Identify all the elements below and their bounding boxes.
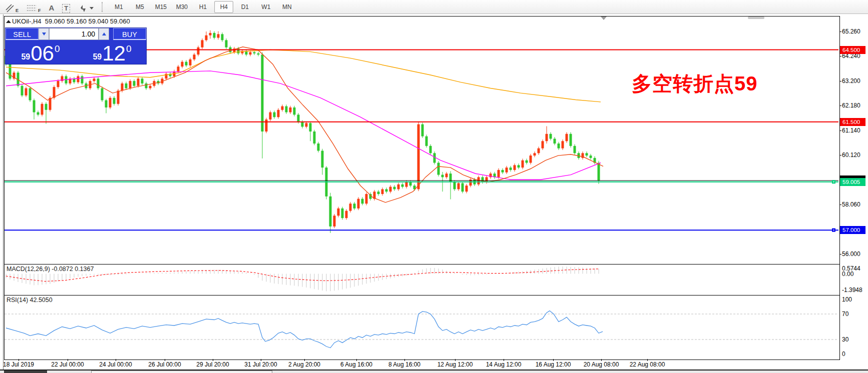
candle bbox=[566, 132, 568, 142]
candle bbox=[217, 32, 220, 40]
candle bbox=[169, 72, 172, 78]
candle bbox=[9, 62, 12, 80]
buy-price[interactable]: 59 12 0 bbox=[77, 42, 147, 64]
timeframe-d1[interactable]: D1 bbox=[235, 1, 254, 13]
trade-panel-row: SELL BUY bbox=[6, 28, 146, 40]
price-badge-59.005: 59.005 bbox=[840, 178, 865, 186]
toolbar-separator bbox=[102, 2, 105, 12]
price-tick-label: 65.260 bbox=[842, 28, 860, 35]
candle bbox=[373, 190, 376, 200]
mt4-chart-window: E F A T M1M5M15M30H1H4D1W1MN bbox=[0, 0, 868, 373]
buy-button[interactable]: BUY bbox=[113, 28, 146, 40]
price-tick-label: 60.120 bbox=[842, 152, 860, 158]
candle bbox=[201, 38, 204, 49]
time-tick-label: 29 Jul 20:00 bbox=[196, 361, 229, 368]
price-tick-label: 61.140 bbox=[842, 127, 860, 134]
timeframe-mn[interactable]: MN bbox=[277, 1, 296, 13]
candle bbox=[446, 172, 448, 179]
candle bbox=[365, 192, 368, 206]
triangle-down-icon bbox=[42, 32, 46, 36]
trade-panel-collapse-icon[interactable] bbox=[6, 20, 11, 23]
price-tick bbox=[839, 56, 841, 56]
time-tick-label: 22 Aug 08:00 bbox=[630, 361, 665, 368]
candle bbox=[538, 146, 540, 154]
timeframe-m5[interactable]: M5 bbox=[130, 1, 149, 13]
candle bbox=[389, 185, 392, 193]
candle bbox=[482, 176, 484, 184]
candle bbox=[377, 190, 380, 196]
price-tick bbox=[839, 254, 841, 254]
candle bbox=[333, 214, 336, 228]
candle bbox=[45, 102, 48, 124]
text-tool-button[interactable]: A bbox=[46, 1, 58, 13]
candle bbox=[458, 182, 460, 191]
price-tick-label: 62.180 bbox=[842, 102, 860, 109]
macd-chart[interactable] bbox=[5, 264, 838, 294]
candle bbox=[349, 202, 352, 212]
scrollbar-thumb[interactable] bbox=[748, 16, 764, 19]
candle bbox=[361, 197, 364, 205]
timeframe-m30[interactable]: M30 bbox=[172, 1, 191, 13]
volume-increment-button[interactable] bbox=[99, 28, 109, 40]
candle bbox=[353, 202, 356, 210]
timeframe-m1[interactable]: M1 bbox=[109, 1, 128, 13]
candle bbox=[269, 110, 272, 121]
timeframe-h4[interactable]: H4 bbox=[214, 1, 233, 13]
candle bbox=[189, 58, 192, 67]
timeframe-h1[interactable]: H1 bbox=[193, 1, 212, 13]
equidistant-channel-tool-button[interactable]: E bbox=[2, 1, 22, 13]
rsi-chart[interactable] bbox=[5, 296, 838, 358]
candle bbox=[285, 104, 288, 114]
candle bbox=[93, 77, 96, 83]
candle bbox=[41, 102, 44, 116]
candle bbox=[73, 77, 76, 84]
time-tick-label: 8 Aug 16:00 bbox=[388, 361, 420, 368]
candle bbox=[165, 72, 168, 80]
candle bbox=[25, 86, 28, 97]
price-tick bbox=[839, 32, 841, 32]
price-tick bbox=[839, 204, 841, 205]
candle bbox=[225, 38, 228, 49]
price-badge-61.500: 61.500 bbox=[840, 118, 865, 126]
time-tick-label: 26 Jul 00:00 bbox=[148, 361, 181, 368]
candle bbox=[29, 86, 32, 102]
candle bbox=[277, 108, 280, 118]
candle bbox=[393, 185, 396, 191]
candle bbox=[205, 32, 208, 42]
candle bbox=[133, 80, 136, 88]
arrows-tool-button[interactable] bbox=[75, 1, 97, 13]
chart-shift-marker bbox=[601, 16, 607, 20]
rsi-axis-label: 0 bbox=[842, 350, 845, 358]
candle bbox=[221, 32, 224, 42]
candle bbox=[137, 77, 140, 88]
arrows-icon bbox=[78, 4, 87, 13]
candle bbox=[105, 99, 108, 114]
chart-tab[interactable] bbox=[4, 370, 47, 373]
sell-button[interactable]: SELL bbox=[6, 28, 39, 40]
volume-decrement-button[interactable] bbox=[39, 28, 49, 40]
candle bbox=[510, 166, 512, 172]
candle bbox=[245, 50, 248, 56]
candle bbox=[518, 164, 520, 170]
candle bbox=[97, 77, 100, 90]
symbol-period: UKOil-,H4 bbox=[12, 18, 42, 25]
text-label-tool-button[interactable]: T bbox=[59, 1, 73, 13]
candle bbox=[69, 77, 72, 85]
candle bbox=[534, 152, 536, 158]
time-tick-label: 16 Aug 12:00 bbox=[536, 361, 571, 368]
timeframe-w1[interactable]: W1 bbox=[256, 1, 275, 13]
rsi-label: RSI(14) 42.5050 bbox=[7, 296, 53, 304]
candle bbox=[317, 142, 320, 152]
volume-input[interactable] bbox=[49, 28, 99, 40]
candle bbox=[385, 188, 388, 194]
text-icon: A bbox=[49, 3, 55, 13]
fibonacci-retracement-icon bbox=[27, 4, 38, 13]
candle bbox=[37, 110, 40, 116]
candle bbox=[149, 84, 152, 90]
sell-price[interactable]: 59 06 0 bbox=[6, 42, 76, 64]
chart-tab[interactable] bbox=[91, 370, 272, 373]
ohlc-values: 59.060 59.160 59.040 59.060 bbox=[45, 18, 130, 25]
fibonacci-tool-button[interactable]: F bbox=[24, 1, 44, 13]
timeframe-m15[interactable]: M15 bbox=[151, 1, 170, 13]
chart-text-annotation[interactable]: 多空转折点59 bbox=[632, 70, 758, 98]
